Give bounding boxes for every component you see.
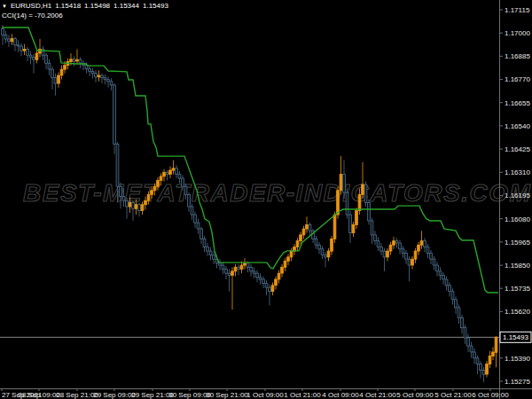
candle-body	[79, 59, 82, 63]
price-scale[interactable]: 1.171151.170001.168851.167701.166551.165…	[499, 6, 530, 386]
candle-body	[445, 279, 448, 286]
time-scale[interactable]: 27 Sep 202128 Sep 09:0028 Sep 21:0029 Se…	[2, 388, 509, 399]
candle-body	[271, 286, 274, 292]
chart-info-overlay: ▼ EURUSD,H1 1.15418 1.15498 1.15344 1.15…	[2, 2, 168, 20]
candle-body	[451, 292, 454, 300]
price-axis-label: 1.15965	[505, 239, 530, 246]
candle-body	[287, 257, 290, 262]
candle-body	[20, 46, 23, 51]
candle-body	[253, 271, 255, 273]
candle-body	[113, 85, 116, 144]
candle-body	[138, 205, 141, 211]
candle-body	[387, 251, 389, 257]
candle-body	[343, 175, 346, 193]
candle-body	[89, 69, 91, 72]
time-axis-label: 28 Sep 09:00	[18, 391, 60, 399]
candle-body	[188, 194, 191, 207]
candle-body	[464, 328, 466, 338]
candle-body	[430, 253, 433, 259]
candle-body	[349, 215, 352, 233]
candle-body	[48, 63, 51, 69]
time-axis-label: 30 Sep 09:00	[168, 391, 211, 399]
candle-body	[374, 235, 377, 241]
candles-layer	[2, 25, 497, 382]
candle-body	[8, 39, 11, 42]
ohlc-open-value: 1.15418	[55, 2, 81, 11]
candle-body	[436, 265, 439, 271]
candle-body	[172, 168, 175, 170]
candle-body	[244, 263, 246, 265]
candle-body	[461, 317, 464, 327]
candle-body	[352, 225, 355, 233]
candle-body	[135, 205, 137, 209]
candle-body	[449, 286, 451, 292]
candle-body	[207, 247, 209, 252]
time-axis-label: 4 Oct 09:00	[322, 391, 359, 399]
candle-body	[306, 225, 309, 230]
symbol-info-line: ▼ EURUSD,H1 1.15418 1.15498 1.15344 1.15…	[2, 2, 168, 11]
candle-body	[458, 308, 460, 317]
candle-body	[364, 184, 367, 203]
candle-body	[389, 245, 392, 251]
candle-body	[278, 273, 280, 279]
candle-body	[275, 279, 278, 286]
candle-body	[424, 241, 426, 247]
price-axis-label: 1.16080	[505, 215, 530, 223]
time-axis-label: 5 Oct 21:00	[434, 391, 472, 399]
candle-body	[141, 205, 144, 211]
candle-body	[51, 69, 54, 78]
candle-body	[321, 249, 324, 255]
candle-body	[197, 223, 200, 229]
time-axis-label: 30 Sep 21:00	[206, 391, 248, 399]
price-axis-label: 1.16195	[505, 192, 530, 200]
time-axis-label: 1 Oct 09:00	[246, 391, 284, 399]
candle-body	[296, 241, 299, 247]
ohlc-high-value: 1.15498	[84, 2, 110, 11]
candle-body	[467, 338, 470, 346]
candle-body	[91, 72, 94, 74]
candle-body	[356, 211, 358, 225]
candle-body	[110, 82, 113, 85]
candle-body	[60, 69, 63, 75]
candle-body	[489, 356, 491, 364]
candle-body	[327, 251, 330, 257]
candle-body	[23, 49, 26, 51]
candle-body	[126, 200, 129, 207]
candle-body	[182, 178, 184, 186]
price-axis-label: 1.15620	[505, 308, 530, 316]
candle-body	[157, 180, 160, 186]
candle-body	[147, 194, 150, 200]
candle-body	[95, 74, 98, 77]
candle-body	[120, 186, 122, 196]
price-axis-label: 1.16310	[505, 168, 530, 176]
candle-body	[309, 225, 311, 231]
candle-body	[470, 346, 473, 352]
candle-body	[480, 364, 482, 371]
candle-body	[383, 251, 386, 257]
ohlc-low-value: 1.15344	[113, 2, 139, 11]
time-axis-label: 1 Oct 21:00	[284, 391, 321, 399]
price-axis-label: 1.16655	[505, 99, 530, 107]
time-axis-label: 5 Oct 09:00	[396, 391, 434, 399]
candle-body	[269, 287, 271, 292]
candle-body	[362, 184, 364, 194]
candle-body	[107, 80, 110, 82]
candle-body	[163, 172, 166, 176]
candle-body	[213, 255, 215, 260]
price-axis-label: 1.15275	[505, 378, 530, 386]
price-axis-label: 1.15850	[505, 262, 530, 270]
price-chart-canvas[interactable]: 1.171151.170001.168851.167701.166551.165…	[0, 0, 532, 399]
candle-body	[132, 203, 135, 209]
candle-body	[129, 203, 131, 207]
symbol-dropdown-icon[interactable]: ▼	[2, 3, 7, 10]
candle-body	[240, 265, 243, 270]
candle-body	[346, 192, 348, 215]
candle-body	[380, 247, 383, 252]
ohlc-close-value: 1.15493	[143, 2, 168, 11]
candle-body	[228, 273, 231, 275]
candle-body	[281, 267, 284, 273]
candle-body	[250, 267, 253, 271]
candle-body	[256, 273, 259, 278]
candle-body	[418, 245, 420, 251]
candle-body	[54, 78, 57, 83]
